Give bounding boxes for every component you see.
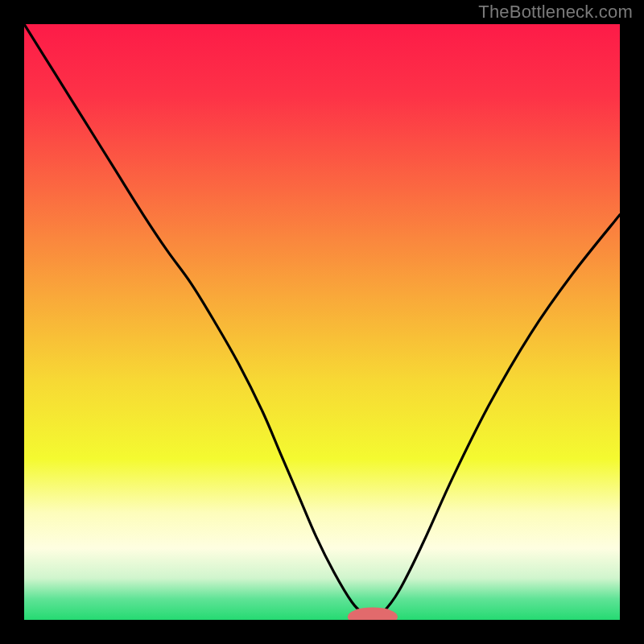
watermark-label: TheBottleneck.com [478,2,633,23]
plot-area [24,24,620,620]
bottleneck-chart [24,24,620,620]
gradient-background [24,24,620,620]
chart-container: TheBottleneck.com [0,0,644,644]
